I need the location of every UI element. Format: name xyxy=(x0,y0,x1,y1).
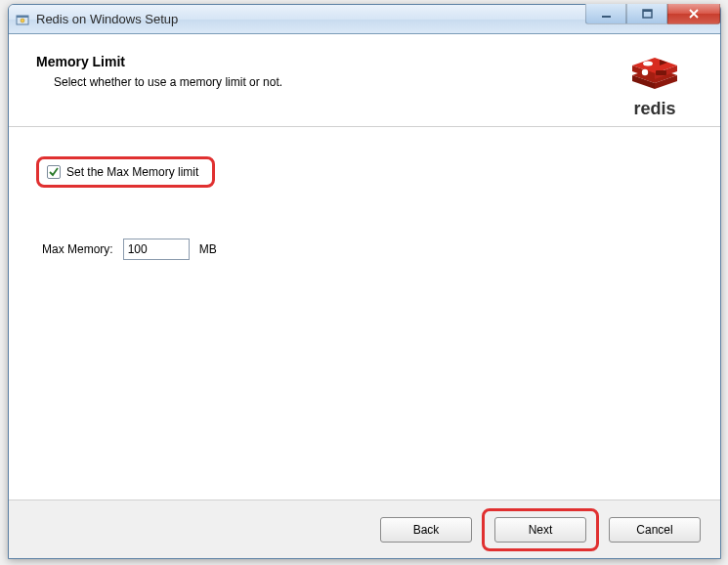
wizard-footer: Back Next Cancel xyxy=(9,500,720,558)
max-memory-field-row: Max Memory: MB xyxy=(42,239,693,260)
max-memory-checkbox-label[interactable]: Set the Max Memory limit xyxy=(66,165,198,179)
maximize-button[interactable] xyxy=(626,4,667,24)
svg-point-14 xyxy=(642,69,648,75)
wizard-body: Set the Max Memory limit Max Memory: MB xyxy=(9,127,720,459)
max-memory-label: Max Memory: xyxy=(42,242,113,256)
max-memory-input[interactable] xyxy=(123,239,190,260)
check-icon xyxy=(48,166,60,178)
close-button[interactable] xyxy=(667,4,720,24)
cancel-button[interactable]: Cancel xyxy=(609,517,701,543)
titlebar[interactable]: Redis on Windows Setup xyxy=(9,5,720,34)
svg-rect-3 xyxy=(602,16,611,18)
page-title: Memory Limit xyxy=(36,54,282,69)
max-memory-checkbox-row: Set the Max Memory limit xyxy=(36,156,215,188)
svg-point-12 xyxy=(643,62,653,66)
installer-icon xyxy=(15,12,30,27)
content-area: Memory Limit Select whether to use a mem… xyxy=(9,34,720,558)
max-memory-unit: MB xyxy=(199,242,217,256)
minimize-button[interactable] xyxy=(585,4,626,24)
next-button[interactable]: Next xyxy=(494,517,586,543)
back-button[interactable]: Back xyxy=(380,517,472,543)
svg-rect-1 xyxy=(17,16,28,18)
svg-point-2 xyxy=(21,19,24,22)
max-memory-checkbox[interactable] xyxy=(47,165,61,179)
redis-logo-text: redis xyxy=(617,99,693,119)
installer-window: Redis on Windows Setup Memory Limit Sele… xyxy=(8,4,721,559)
redis-cube-icon xyxy=(626,54,683,97)
redis-logo: redis xyxy=(617,54,693,119)
window-controls xyxy=(585,4,720,24)
wizard-header: Memory Limit Select whether to use a mem… xyxy=(9,34,720,127)
svg-rect-5 xyxy=(643,10,652,12)
svg-rect-15 xyxy=(656,70,666,75)
page-subtitle: Select whether to use a memory limit or … xyxy=(54,75,282,89)
next-button-highlight: Next xyxy=(482,508,599,551)
